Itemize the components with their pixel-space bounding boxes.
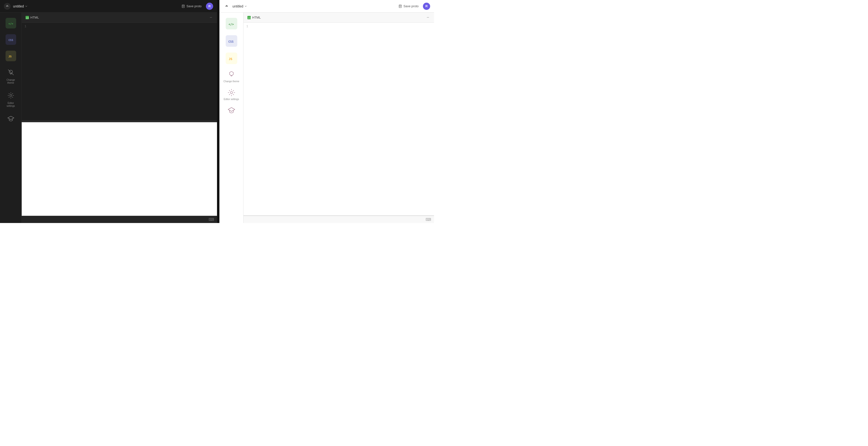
right-save-proto-button[interactable]: Save proto (397, 3, 421, 9)
svg-text:</>: </> (228, 23, 234, 26)
left-preview-content (22, 122, 217, 216)
right-html-tab[interactable]: </> HTML (247, 16, 261, 19)
svg-text:</>: </> (26, 17, 29, 19)
left-header: untitled Save proto R (0, 0, 217, 12)
right-tab-minimize-button[interactable]: − (426, 15, 430, 20)
right-chevron-icon (244, 5, 247, 8)
svg-point-17 (229, 72, 234, 75)
left-theme-icon (7, 68, 15, 76)
left-settings-label: Editor settings (4, 102, 18, 107)
right-sidebar-js-file[interactable]: JS (222, 50, 241, 67)
right-js-file-icon: JS (226, 53, 237, 64)
left-body: </> CSS JS (0, 12, 217, 223)
right-keyboard-icon: ⌨ (426, 217, 431, 222)
right-editor-area: </> HTML − 1 ⌨ (244, 12, 434, 223)
right-sidebar-css-file[interactable]: CSS (222, 33, 241, 49)
left-html-tab[interactable]: </> HTML (26, 16, 39, 19)
right-settings-icon (227, 89, 235, 96)
left-project-title[interactable]: untitled (13, 4, 28, 8)
right-logo-icon[interactable] (223, 3, 230, 10)
left-code-area[interactable]: 1 (22, 23, 217, 120)
left-theme-icon-box (5, 67, 16, 77)
svg-marker-24 (228, 107, 235, 112)
left-logo-icon[interactable] (4, 3, 10, 10)
svg-point-22 (229, 74, 230, 75)
left-preview-resize-handle[interactable] (22, 120, 217, 122)
left-editor-tab-bar: </> HTML − (22, 12, 217, 23)
svg-point-18 (231, 71, 232, 72)
left-panel: untitled Save proto R (0, 0, 217, 223)
left-theme-label: Change theme (4, 78, 18, 84)
svg-point-9 (10, 95, 12, 96)
svg-point-23 (230, 92, 232, 94)
svg-point-19 (233, 72, 234, 73)
svg-text:CSS: CSS (8, 39, 13, 42)
svg-point-20 (233, 74, 234, 75)
right-code-area[interactable]: 1 (244, 23, 434, 215)
right-settings-label: Editor settings (224, 98, 239, 101)
html-file-icon: </> (5, 18, 16, 28)
svg-rect-0 (182, 5, 184, 8)
right-bottom-bar: ⌨ (244, 216, 434, 223)
svg-text:</>: </> (8, 22, 13, 25)
css-file-icon: CSS (5, 34, 16, 45)
left-sidebar-html-file[interactable]: </> (2, 15, 20, 31)
left-line-number: 1 (25, 25, 26, 28)
right-header: untitled Save proto R (219, 0, 434, 12)
panel-divider[interactable] (217, 0, 219, 223)
right-sidebar-html-file[interactable]: </> (222, 15, 241, 32)
right-save-icon (399, 5, 402, 8)
right-learn-icon (227, 106, 236, 114)
right-panel: untitled Save proto R </> (219, 0, 434, 223)
left-learn-button[interactable] (2, 111, 20, 126)
right-line-number: 1 (246, 25, 248, 28)
right-sidebar: </> CSS JS (219, 12, 244, 223)
left-settings-icon (7, 92, 14, 99)
right-html-file-icon: </> (226, 18, 237, 29)
left-user-avatar[interactable]: R (206, 3, 213, 10)
left-chevron-icon (25, 5, 28, 8)
right-body: </> CSS JS (219, 12, 434, 223)
svg-text:JS: JS (8, 55, 11, 58)
right-editor-settings-button[interactable]: Editor settings (222, 86, 241, 103)
right-change-theme-button[interactable]: Change theme (222, 67, 241, 85)
left-change-theme-button[interactable]: Change theme (2, 65, 20, 87)
left-html-tab-icon: </> (26, 16, 29, 19)
svg-point-21 (229, 72, 230, 73)
left-sidebar-js-file[interactable]: JS (2, 48, 20, 64)
left-learn-icon (7, 115, 14, 122)
svg-rect-13 (399, 5, 401, 8)
left-editor-area: </> HTML − 1 ⌨ (22, 12, 217, 223)
svg-marker-10 (8, 116, 14, 120)
left-keyboard-icon: ⌨ (209, 217, 214, 222)
left-settings-icon-box (5, 90, 16, 101)
svg-text:</>: </> (248, 17, 251, 19)
right-theme-icon (227, 70, 236, 78)
left-bottom-bar: ⌨ (22, 216, 217, 223)
left-learn-icon-box (5, 113, 16, 124)
left-tab-minimize-button[interactable]: − (209, 15, 213, 20)
right-editor-tab-bar: </> HTML − (244, 12, 434, 23)
svg-point-7 (9, 70, 12, 73)
right-learn-button[interactable] (222, 104, 241, 116)
save-proto-icon (182, 5, 185, 8)
right-html-tab-icon: </> (247, 16, 251, 19)
right-project-title[interactable]: untitled (232, 4, 247, 8)
svg-text:CSS: CSS (228, 40, 234, 43)
right-user-avatar[interactable]: R (423, 3, 430, 10)
js-file-icon: JS (5, 51, 16, 61)
left-sidebar: </> CSS JS (0, 12, 22, 223)
svg-text:JS: JS (229, 57, 232, 61)
right-theme-label: Change theme (223, 80, 240, 83)
right-css-file-icon: CSS (226, 35, 237, 47)
left-editor-settings-button[interactable]: Editor settings (2, 88, 20, 110)
left-sidebar-css-file[interactable]: CSS (2, 32, 20, 47)
left-save-proto-button[interactable]: Save proto (180, 3, 204, 9)
right-logo-svg (224, 4, 229, 8)
